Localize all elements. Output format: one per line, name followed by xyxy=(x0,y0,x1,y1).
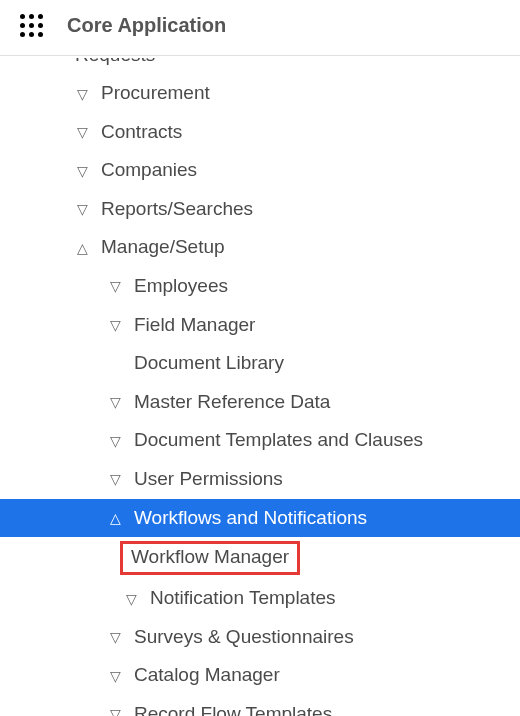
chevron-down-icon: ▽ xyxy=(73,85,91,105)
nav-item-user-permissions[interactable]: ▽ User Permissions xyxy=(28,460,492,499)
nav-item-label: Document Library xyxy=(134,350,284,377)
nav-item-cutoff[interactable]: Requests xyxy=(75,58,520,74)
chevron-down-icon: ▽ xyxy=(106,470,124,490)
nav-item-label: Record Flow Templates xyxy=(134,701,332,716)
nav-item-field-manager[interactable]: ▽ Field Manager xyxy=(28,306,492,345)
chevron-down-icon: ▽ xyxy=(106,316,124,336)
app-header: Core Application xyxy=(0,0,520,56)
apps-grid-icon[interactable] xyxy=(20,14,43,37)
nav-item-label: Master Reference Data xyxy=(134,389,330,416)
chevron-down-icon: ▽ xyxy=(106,667,124,687)
nav-item-label: Catalog Manager xyxy=(134,662,280,689)
nav-item-surveys-questionnaires[interactable]: ▽ Surveys & Questionnaires xyxy=(28,618,492,657)
nav-item-label: Manage/Setup xyxy=(101,234,225,261)
nav-item-label: Workflows and Notifications xyxy=(134,505,367,532)
chevron-down-icon: ▽ xyxy=(106,432,124,452)
chevron-up-icon: △ xyxy=(106,509,124,529)
nav-item-workflows-notifications[interactable]: △ Workflows and Notifications xyxy=(0,499,520,538)
nav-item-label: Companies xyxy=(101,157,197,184)
nav-item-notification-templates[interactable]: ▽ Notification Templates xyxy=(28,579,492,618)
nav-item-label: User Permissions xyxy=(134,466,283,493)
nav-item-procurement[interactable]: ▽ Procurement xyxy=(28,74,492,113)
nav-item-label: Employees xyxy=(134,273,228,300)
nav-item-manage-setup[interactable]: △ Manage/Setup xyxy=(28,228,492,267)
nav-item-record-flow-templates[interactable]: ▽ Record Flow Templates xyxy=(28,695,492,716)
nav-item-label: Document Templates and Clauses xyxy=(134,427,423,454)
chevron-down-icon: ▽ xyxy=(73,162,91,182)
chevron-down-icon: ▽ xyxy=(73,200,91,220)
nav-item-master-reference-data[interactable]: ▽ Master Reference Data xyxy=(28,383,492,422)
chevron-down-icon: ▽ xyxy=(106,705,124,716)
nav-item-document-templates[interactable]: ▽ Document Templates and Clauses xyxy=(28,421,492,460)
chevron-down-icon: ▽ xyxy=(122,590,140,610)
nav-item-label: Field Manager xyxy=(134,312,255,339)
navigation-tree: Requests ▽ Procurement ▽ Contracts ▽ Com… xyxy=(0,56,520,716)
nav-item-label: Surveys & Questionnaires xyxy=(134,624,354,651)
nav-item-label: Contracts xyxy=(101,119,182,146)
nav-item-catalog-manager[interactable]: ▽ Catalog Manager xyxy=(28,656,492,695)
nav-item-label: Workflow Manager xyxy=(131,546,289,567)
chevron-up-icon: △ xyxy=(73,239,91,259)
nav-item-workflow-manager[interactable]: Workflow Manager xyxy=(120,541,300,575)
chevron-down-icon: ▽ xyxy=(106,277,124,297)
chevron-down-icon: ▽ xyxy=(106,393,124,413)
nav-item-label: Notification Templates xyxy=(150,585,336,612)
chevron-down-icon: ▽ xyxy=(106,628,124,648)
page-title: Core Application xyxy=(67,14,226,37)
nav-item-companies[interactable]: ▽ Companies xyxy=(28,151,492,190)
nav-item-contracts[interactable]: ▽ Contracts xyxy=(28,113,492,152)
nav-item-label: Reports/Searches xyxy=(101,196,253,223)
nav-item-label: Procurement xyxy=(101,80,210,107)
nav-item-employees[interactable]: ▽ Employees xyxy=(28,267,492,306)
nav-item-reports-searches[interactable]: ▽ Reports/Searches xyxy=(28,190,492,229)
nav-item-document-library[interactable]: ▽ Document Library xyxy=(28,344,492,383)
nav-item-label: Requests xyxy=(75,58,155,65)
chevron-down-icon: ▽ xyxy=(73,123,91,143)
